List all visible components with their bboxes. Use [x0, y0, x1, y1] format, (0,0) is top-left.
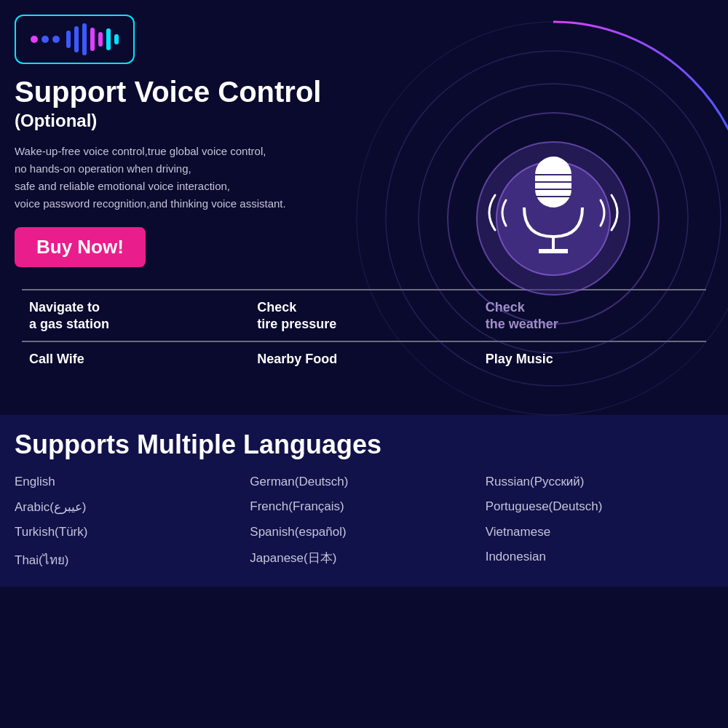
- lang-english: English: [15, 472, 242, 492]
- wave-bar-1: [66, 31, 71, 48]
- lang-spanish: Spanish(español): [250, 522, 478, 542]
- wave-bar-3: [82, 23, 87, 55]
- languages-section: Supports Multiple Languages English Germ…: [0, 415, 728, 587]
- languages-grid: English German(Deutsch) Russian(Русский)…: [15, 472, 713, 572]
- wave-bar-6: [106, 28, 111, 50]
- lang-japanese: Japanese(日本): [250, 547, 478, 572]
- lang-german: German(Deutsch): [250, 472, 478, 492]
- waveform-display: [15, 15, 135, 64]
- command-call: Call Wife: [22, 341, 250, 375]
- wave-bar-7: [114, 34, 119, 44]
- lang-indonesian: Indonesian: [486, 547, 713, 572]
- wave-dot-3: [52, 36, 60, 43]
- command-navigate: Navigate toa gas station: [22, 289, 250, 341]
- lang-turkish: Turkish(Türk): [15, 522, 242, 542]
- lang-russian: Russian(Русский): [486, 472, 713, 492]
- lang-arabic: Arabic(عيبرع): [15, 496, 242, 518]
- wave-dot-1: [31, 36, 38, 43]
- lang-portuguese: Portuguese(Deutsch): [486, 496, 713, 518]
- lang-french: French(Français): [250, 496, 478, 518]
- wave-bar-5: [98, 32, 103, 47]
- wave-bar-2: [74, 26, 79, 52]
- lang-vietnamese: Vietnamese: [486, 522, 713, 542]
- buy-now-button[interactable]: Buy Now!: [15, 227, 146, 267]
- lang-thai: Thai(ไทย): [15, 547, 242, 572]
- languages-title: Supports Multiple Languages: [15, 430, 713, 460]
- wave-bar-4: [90, 28, 95, 51]
- wave-dot-2: [41, 36, 49, 43]
